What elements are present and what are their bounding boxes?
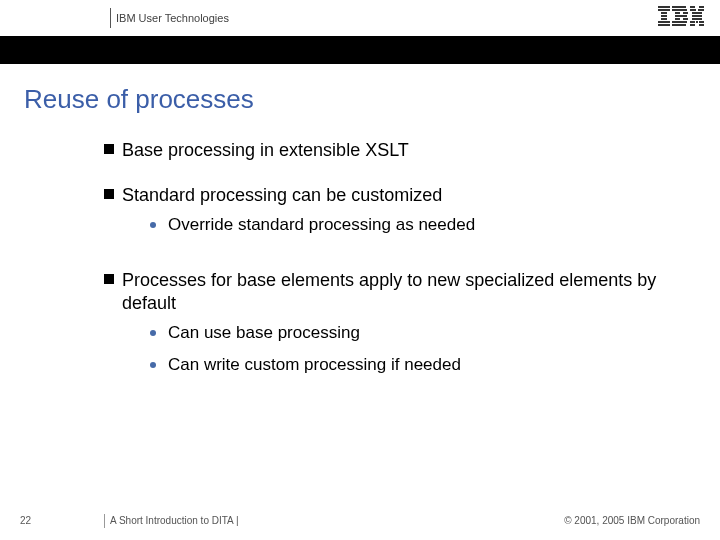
svg-rect-7	[672, 6, 686, 8]
svg-rect-28	[696, 21, 698, 23]
bullet-text: Processes for base elements apply to new…	[122, 269, 664, 316]
svg-rect-16	[690, 6, 695, 8]
dot-bullet-icon	[150, 222, 156, 228]
svg-rect-9	[675, 12, 680, 14]
ibm-logo-icon	[658, 6, 704, 26]
svg-rect-13	[683, 18, 688, 20]
sub-bullet-list: Override standard processing as needed	[150, 214, 475, 237]
header-group-label: IBM User Technologies	[116, 12, 229, 24]
svg-rect-19	[698, 9, 704, 11]
slide-title: Reuse of processes	[24, 84, 720, 115]
svg-rect-8	[672, 9, 687, 11]
sub-bullet-text: Can write custom processing if needed	[168, 354, 461, 377]
svg-rect-22	[692, 15, 702, 17]
sub-bullet-item: Override standard processing as needed	[150, 214, 475, 237]
slide-header: IBM User Technologies	[0, 0, 720, 36]
svg-rect-24	[698, 18, 702, 20]
footer-divider	[104, 514, 105, 528]
svg-rect-11	[675, 15, 687, 17]
sub-bullet-item: Can write custom processing if needed	[150, 354, 664, 377]
square-bullet-icon	[104, 274, 114, 284]
dot-bullet-icon	[150, 362, 156, 368]
bullet-item: Processes for base elements apply to new…	[104, 269, 664, 388]
svg-rect-2	[661, 12, 667, 14]
svg-rect-17	[699, 6, 704, 8]
svg-rect-1	[658, 9, 670, 11]
svg-rect-14	[672, 21, 687, 23]
svg-rect-0	[658, 6, 670, 8]
page-number: 22	[20, 515, 31, 526]
slide-body: Base processing in extensible XSLT Stand…	[104, 139, 664, 387]
sub-bullet-text: Override standard processing as needed	[168, 214, 475, 237]
sub-bullet-list: Can use base processing Can write custom…	[150, 322, 664, 378]
black-banner	[0, 36, 720, 64]
sub-bullet-item: Can use base processing	[150, 322, 664, 345]
svg-rect-23	[692, 18, 696, 20]
svg-rect-25	[696, 18, 698, 20]
svg-rect-30	[699, 24, 704, 26]
bullet-item: Standard processing can be customized Ov…	[104, 184, 664, 246]
svg-rect-6	[658, 24, 670, 26]
svg-rect-3	[661, 15, 667, 17]
svg-rect-26	[690, 21, 695, 23]
svg-rect-20	[692, 12, 697, 14]
svg-rect-18	[690, 9, 696, 11]
bullet-text: Standard processing can be customized	[122, 184, 475, 207]
slide-footer: 22 A Short Introduction to DITA | © 2001…	[0, 506, 720, 526]
header-divider	[110, 8, 111, 28]
footer-deck-title: A Short Introduction to DITA |	[110, 515, 239, 526]
footer-copyright: © 2001, 2005 IBM Corporation	[564, 515, 700, 526]
svg-rect-29	[690, 24, 695, 26]
square-bullet-icon	[104, 144, 114, 154]
svg-rect-12	[675, 18, 680, 20]
sub-bullet-text: Can use base processing	[168, 322, 360, 345]
bullet-text: Base processing in extensible XSLT	[122, 139, 409, 162]
svg-rect-15	[672, 24, 686, 26]
square-bullet-icon	[104, 189, 114, 199]
svg-rect-27	[699, 21, 704, 23]
svg-rect-4	[661, 18, 667, 20]
dot-bullet-icon	[150, 330, 156, 336]
svg-rect-21	[697, 12, 702, 14]
svg-rect-5	[658, 21, 670, 23]
svg-rect-10	[683, 12, 688, 14]
bullet-item: Base processing in extensible XSLT	[104, 139, 664, 162]
